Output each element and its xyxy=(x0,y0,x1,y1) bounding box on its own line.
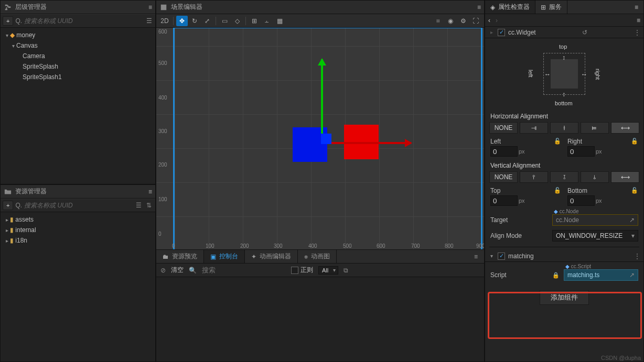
tab-anim-editor[interactable]: ✦动画编辑器 xyxy=(245,250,298,263)
h-align-buttons: NONE ⫣ ⫲ ⫢ ⟷ xyxy=(485,122,643,138)
gear-icon[interactable]: ⚙ xyxy=(457,16,469,26)
caret-icon: ▸ xyxy=(488,29,495,35)
align-tool[interactable]: ⫠ xyxy=(261,16,273,26)
tab-services[interactable]: ⊞服务 xyxy=(535,1,567,14)
right-input[interactable] xyxy=(567,146,595,157)
gizmo-x-axis[interactable] xyxy=(322,142,411,144)
lock-icon[interactable]: 🔓 xyxy=(631,187,638,194)
tree-node-sprite1[interactable]: SpriteSplash xyxy=(1,61,155,72)
widget-enable-checkbox[interactable]: ✓ xyxy=(498,29,505,36)
v-align-none[interactable]: NONE xyxy=(489,171,518,183)
gizmo-y-axis[interactable] xyxy=(321,59,323,143)
regex-checkbox[interactable]: 正则 xyxy=(291,266,313,275)
script-field[interactable]: ◆ cc.Script matching.ts ↗ xyxy=(564,269,638,281)
graph-icon: ⎈ xyxy=(304,253,308,260)
widget-menu-icon[interactable]: ⋮ xyxy=(634,29,640,36)
lock-icon[interactable]: 🔒 xyxy=(552,272,560,279)
rect-tool[interactable]: ▭ xyxy=(219,16,230,26)
v-values: Top🔓 px Bottom🔓 px xyxy=(485,187,643,208)
tab-anim-graph[interactable]: ⎈动画图 xyxy=(298,250,337,263)
anchor-inner[interactable] xyxy=(551,59,578,89)
tab-inspector[interactable]: ◈属性检查器 xyxy=(485,1,535,14)
component-widget-header[interactable]: ▸ ✓ cc.Widget ↺ ⋮ xyxy=(485,27,643,38)
hierarchy-search-input[interactable] xyxy=(24,17,143,25)
nav-back-icon[interactable]: ‹ xyxy=(488,17,490,24)
scene-editor-icon xyxy=(159,3,168,12)
nav-forward-icon[interactable]: › xyxy=(496,17,498,24)
console-search-input[interactable] xyxy=(202,266,286,274)
mode-2d-button[interactable]: 2D xyxy=(159,16,170,26)
filter-icon[interactable]: ☰ xyxy=(134,201,143,210)
target-field[interactable]: ◆ cc.Node cc.Node ↗ xyxy=(552,214,638,226)
h-align-none[interactable]: NONE xyxy=(489,122,518,134)
scene-menu-icon[interactable]: ≡ xyxy=(470,4,481,11)
hierarchy-add-button[interactable]: + xyxy=(3,16,13,26)
lock-icon[interactable]: 🔓 xyxy=(631,138,638,145)
add-component-button[interactable]: 添加组件 xyxy=(540,290,589,305)
bottom-menu-icon[interactable]: ≡ xyxy=(468,250,484,263)
gizmo-origin[interactable] xyxy=(321,134,331,144)
h-align-center[interactable]: ⫲ xyxy=(550,122,578,134)
bottom-input[interactable] xyxy=(567,195,595,206)
assets-menu-icon[interactable]: ≡ xyxy=(142,188,152,195)
inspector-menu-icon[interactable]: ≡ xyxy=(629,1,643,14)
inspector-nav-menu[interactable]: ≡ xyxy=(630,17,640,24)
console-icon: ▣ xyxy=(210,253,216,260)
copy-icon[interactable]: ⧉ xyxy=(344,267,348,274)
photo-icon[interactable]: ◉ xyxy=(445,16,456,26)
hierarchy-title: 层级管理器 xyxy=(15,3,138,12)
tab-asset-preview[interactable]: 🖿资源预览 xyxy=(156,250,204,263)
hierarchy-icon xyxy=(4,3,12,12)
tree-node-root[interactable]: ▾◆ money xyxy=(1,30,155,40)
anchor-tool[interactable]: ◇ xyxy=(231,16,243,26)
h-align-left[interactable]: ⫣ xyxy=(520,122,548,134)
alignmode-dropdown[interactable]: ON_WINDOW_RESIZE▾ xyxy=(552,230,638,242)
top-input[interactable] xyxy=(490,195,518,206)
tab-console[interactable]: ▣控制台 xyxy=(204,250,245,263)
target-picker-icon[interactable]: ↗ xyxy=(629,216,635,224)
inspector-panel: ◈属性检查器 ⊞服务 ≡ ‹ › ≡ ▸ ✓ cc.Widget ↺ ⋮ top… xyxy=(485,0,644,362)
assets-search-input[interactable] xyxy=(24,202,132,209)
script-enable-checkbox[interactable]: ✓ xyxy=(498,253,505,260)
list-icon[interactable]: ☰ xyxy=(145,17,153,25)
h-align-label: Horizontal Alignment xyxy=(485,109,643,122)
scene-header: 场景编辑器 ≡ xyxy=(156,1,484,14)
rotate-tool[interactable]: ↻ xyxy=(189,16,200,26)
component-script-header[interactable]: ▾ ✓ matching ⋮ xyxy=(485,250,643,262)
reset-icon[interactable]: ↺ xyxy=(582,29,587,36)
folder-assets[interactable]: ▸▮ assets xyxy=(1,214,155,225)
v-align-middle[interactable]: ⫱ xyxy=(550,171,578,183)
lock-icon[interactable]: 🔓 xyxy=(554,138,561,145)
hierarchy-searchbar: + Q. ☰ xyxy=(1,14,155,28)
v-align-stretch[interactable]: ⟷ xyxy=(611,171,639,183)
h-values: Left🔓 px Right🔓 px xyxy=(485,138,643,159)
hierarchy-menu-icon[interactable]: ≡ xyxy=(142,4,152,11)
tree-node-camera[interactable]: Camera xyxy=(1,51,155,61)
scale-tool[interactable]: ⤢ xyxy=(201,16,213,26)
sort-icon[interactable]: ⇅ xyxy=(145,201,153,210)
ban-icon[interactable]: ⊘ xyxy=(160,267,166,274)
h-align-right[interactable]: ⫢ xyxy=(581,122,609,134)
clear-button[interactable]: 清空 xyxy=(171,266,184,275)
snap-tool[interactable]: ⊞ xyxy=(249,16,260,26)
filter-dropdown[interactable]: All xyxy=(318,266,338,275)
script-menu-icon[interactable]: ⋮ xyxy=(634,253,640,260)
tree-node-sprite2[interactable]: SpriteSplash1 xyxy=(1,72,155,82)
left-input[interactable] xyxy=(490,146,518,157)
v-align-bottom[interactable]: ⫰ xyxy=(581,171,609,183)
assets-tree: ▸▮ assets ▸▮ internal ▸▮ i18n xyxy=(1,212,155,248)
folder-i18n[interactable]: ▸▮ i18n xyxy=(1,235,155,246)
folder-internal[interactable]: ▸▮ internal xyxy=(1,225,155,235)
camera-icon[interactable]: ⌗ xyxy=(432,16,444,26)
scene-viewport[interactable]: 600 500 400 300 200 100 0 0 100 200 300 … xyxy=(156,28,484,250)
assets-add-button[interactable]: + xyxy=(3,201,13,210)
grid-tool[interactable]: ▦ xyxy=(274,16,285,26)
tree-node-canvas[interactable]: ▾Canvas xyxy=(1,40,155,51)
h-align-stretch[interactable]: ⟷ xyxy=(611,122,639,134)
lock-icon[interactable]: 🔓 xyxy=(554,187,561,194)
v-align-top[interactable]: ⫯ xyxy=(520,171,548,183)
expand-icon[interactable]: ⛶ xyxy=(470,16,481,26)
scene-panel: 场景编辑器 ≡ 2D ✥ ↻ ⤢ ▭ ◇ ⊞ ⫠ ▦ ⌗ ◉ ⚙ ⛶ 600 5… xyxy=(156,0,485,249)
move-tool[interactable]: ✥ xyxy=(176,16,188,26)
script-picker-icon[interactable]: ↗ xyxy=(629,271,635,279)
